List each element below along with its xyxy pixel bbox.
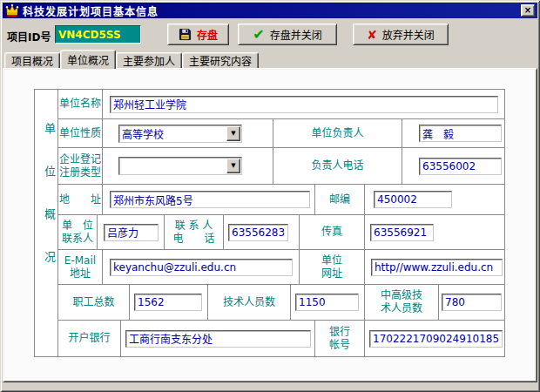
unit-head-label: 单位负责人 [311, 127, 363, 140]
table-row: 单位性质 高等学校 ▼ 单位负责人 [58, 119, 504, 148]
table-row: E-Mail 地址 单位 网址 [58, 250, 504, 285]
x-cross-icon: ✘ [367, 29, 377, 41]
crown-app-icon [5, 3, 19, 17]
table-row: 地 址 邮编 [58, 185, 504, 215]
table-row: 单位名称 [58, 90, 504, 119]
zip-input[interactable] [374, 191, 452, 208]
save-button[interactable]: 存盘 [167, 24, 229, 45]
unit-head-input[interactable] [419, 125, 502, 142]
contact-label: 单 位 联系人 [62, 220, 93, 246]
close-icon: × [524, 6, 531, 15]
fax-input[interactable] [370, 224, 434, 241]
zip-label: 邮编 [329, 193, 350, 206]
dialog-window: 科技发展计划项目基本信息 × 项目ID号 存盘 ✔ 存盘并关闭 ✘ 放弃并关闭 … [0, 0, 540, 392]
discard-and-close-button[interactable]: ✘ 放弃并关闭 [353, 24, 449, 45]
title-bar[interactable]: 科技发展计划项目基本信息 × [3, 3, 537, 18]
section-vertical-label: 单位概况 [35, 90, 58, 356]
tab-panel: 单位概况 单位名称 单位性质 高等学校 ▼ 单位负责人 [3, 68, 537, 382]
unit-type-select[interactable]: 高等学校 ▼ [118, 125, 242, 143]
tab-main-participants[interactable]: 主要参加人 [116, 52, 182, 68]
website-label: 单位 网址 [321, 254, 342, 280]
staff-total-label: 职工总数 [72, 296, 114, 309]
chevron-down-icon: ▼ [231, 163, 235, 169]
contact-input[interactable] [104, 224, 159, 241]
unit-type-dropdown-button[interactable]: ▼ [226, 126, 240, 141]
tab-project-overview[interactable]: 项目概况 [4, 52, 60, 68]
reg-type-select[interactable]: ▼ [118, 157, 242, 175]
senior-tech-input[interactable] [442, 294, 502, 311]
staff-total-input[interactable] [134, 294, 202, 311]
tech-staff-label: 技术人员数 [223, 296, 275, 309]
head-phone-label: 负责人电话 [311, 159, 363, 172]
tab-main-research-content[interactable]: 主要研究内容 [182, 52, 259, 68]
table-row: 单 位 联系人 联 系 人 电 话 传真 [58, 215, 504, 250]
website-input[interactable] [371, 259, 503, 276]
bank-label: 开户银行 [68, 332, 110, 345]
address-label: 地 址 [59, 193, 101, 206]
senior-tech-label: 中高级技 术人员数 [381, 289, 422, 315]
save-button-label: 存盘 [197, 27, 218, 42]
table-row: 职工总数 技术人员数 中高级技 术人员数 [58, 285, 504, 321]
save-and-close-label: 存盘并关闭 [270, 27, 322, 42]
email-input[interactable] [110, 259, 293, 276]
tab-unit-overview[interactable]: 单位概况 [60, 50, 116, 69]
project-id-input[interactable] [55, 25, 141, 44]
unit-type-value: 高等学校 [119, 126, 164, 141]
head-phone-input[interactable] [419, 158, 502, 175]
address-input[interactable] [110, 191, 310, 208]
reg-type-label: 企业登记 注册类型 [59, 153, 101, 179]
bank-input[interactable] [125, 330, 311, 348]
save-and-close-button[interactable]: ✔ 存盘并关闭 [238, 24, 337, 45]
unit-name-input[interactable] [110, 96, 498, 113]
contact-phone-input[interactable] [228, 224, 288, 241]
project-id-label: 项目ID号 [7, 29, 51, 44]
reg-type-dropdown-button[interactable]: ▼ [226, 159, 240, 173]
close-button[interactable]: × [521, 4, 535, 17]
fax-label: 传真 [321, 226, 342, 239]
table-row: 企业登记 注册类型 ▼ 负责人电话 [58, 148, 504, 185]
floppy-disk-icon [179, 28, 192, 41]
email-label: E-Mail 地址 [64, 254, 96, 280]
window-title: 科技发展计划项目基本信息 [23, 3, 521, 18]
unit-type-label: 单位性质 [59, 127, 101, 140]
unit-name-label: 单位名称 [59, 98, 101, 111]
bank-account-input[interactable] [369, 330, 503, 348]
bank-account-label: 银行 帐号 [329, 326, 350, 352]
tab-bar: 项目概况 单位概况 主要参加人 主要研究内容 [3, 50, 259, 68]
table-row: 开户银行 银行 帐号 [58, 321, 504, 356]
chevron-down-icon: ▼ [231, 131, 235, 137]
check-icon: ✔ [253, 28, 264, 42]
contact-phone-label: 联 系 人 电 话 [172, 220, 214, 246]
discard-and-close-label: 放弃并关闭 [382, 27, 435, 42]
tech-staff-input[interactable] [295, 294, 359, 311]
unit-info-table: 单位概况 单位名称 单位性质 高等学校 ▼ 单位负责人 [34, 89, 505, 357]
